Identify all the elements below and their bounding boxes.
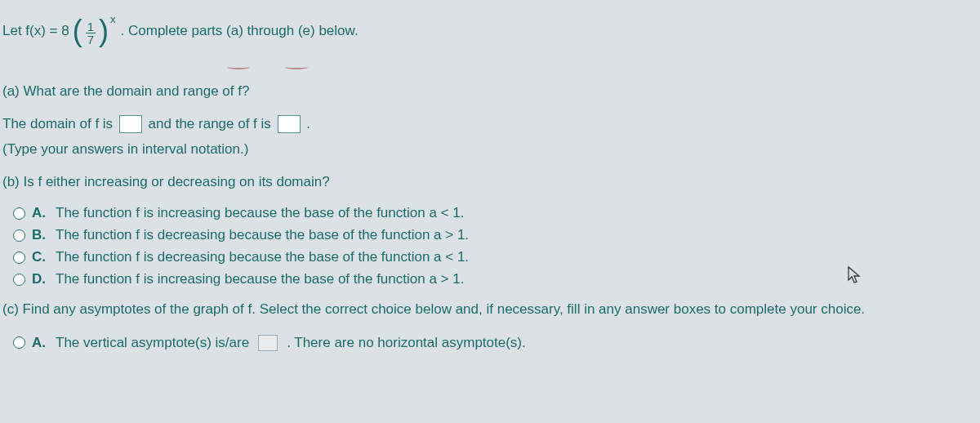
answer-suffix: . [306, 116, 310, 131]
domain-prefix: The domain of f is [2, 116, 117, 131]
fraction: 1 7 [86, 20, 96, 46]
part-a-answer-line: The domain of f is and the range of f is… [2, 114, 978, 135]
part-c-a-suffix: . There are no horizontal asymptote(s). [287, 335, 526, 351]
part-c-a-prefix: The vertical asymptote(s) is/are [56, 335, 249, 351]
option-c-row[interactable]: C. The function f is decreasing because … [13, 249, 978, 265]
radio-part-c-a[interactable] [13, 336, 25, 349]
intro-prefix: Let f(x) = 8 [2, 20, 69, 42]
range-prefix: and the range of f is [149, 116, 275, 131]
option-b-row[interactable]: B. The function f is decreasing because … [13, 227, 978, 243]
radio-option-d[interactable] [13, 274, 25, 286]
option-b-label: B. [32, 227, 46, 243]
exponent: x [110, 11, 116, 28]
option-d-text: The function f is increasing because the… [56, 271, 464, 287]
part-c-a-label: A. [32, 335, 46, 351]
range-input[interactable] [278, 115, 301, 133]
radio-option-c[interactable] [13, 252, 25, 264]
intro-suffix: . Complete parts (a) through (e) below. [121, 20, 359, 42]
part-a-prompt: (a) What are the domain and range of f? [2, 81, 978, 102]
option-c-label: C. [32, 249, 46, 265]
fraction-numerator: 1 [86, 20, 96, 33]
right-paren: ) [99, 9, 109, 53]
squiggles [229, 53, 980, 69]
problem-intro: Let f(x) = 8 ( 1 7 ) x . Complete parts … [2, 9, 978, 53]
cursor-icon [847, 265, 862, 289]
option-a-label: A. [32, 205, 46, 221]
fraction-denominator: 7 [86, 33, 96, 46]
option-d-row[interactable]: D. The function f is increasing because … [13, 271, 978, 287]
part-b-prompt: (b) Is f either increasing or decreasing… [2, 171, 978, 193]
part-c-option-a-row[interactable]: A. The vertical asymptote(s) is/are . Th… [13, 335, 978, 351]
left-paren: ( [73, 9, 82, 53]
option-a-text: The function f is increasing because the… [56, 205, 464, 221]
domain-input[interactable] [119, 115, 142, 133]
option-c-text: The function f is decreasing because the… [56, 249, 469, 265]
radio-option-b[interactable] [13, 229, 25, 242]
option-d-label: D. [32, 271, 46, 287]
vertical-asymptote-input[interactable] [258, 335, 278, 351]
option-b-text: The function f is decreasing because the… [56, 227, 469, 243]
part-a-hint: (Type your answers in interval notation.… [2, 139, 978, 160]
part-c-prompt: (c) Find any asymptotes of the graph of … [2, 299, 978, 320]
option-a-row[interactable]: A. The function f is increasing because … [13, 205, 978, 221]
radio-option-a[interactable] [13, 207, 25, 220]
